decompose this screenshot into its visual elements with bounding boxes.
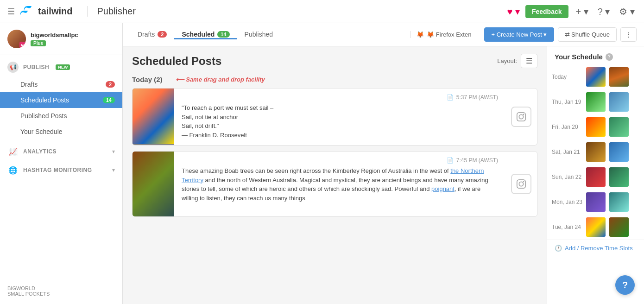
schedule-thumb-fri-1: [586, 117, 606, 137]
logo: tailwind: [20, 4, 72, 19]
heart-icon[interactable]: ♥ ▾: [507, 6, 519, 17]
create-post-button[interactable]: + Create New Post ▾: [484, 27, 554, 42]
schedule-day-tue: Tue, Jan 24: [547, 215, 644, 240]
shuffle-queue-button[interactable]: ⇄ Shuffle Queue: [558, 27, 617, 42]
username: bigworldsmallpc: [31, 32, 78, 38]
post-card-2: 📄 7:45 PM (AWST) These amazing Boab tree…: [132, 151, 537, 217]
plus-icon[interactable]: + ▾: [576, 6, 588, 17]
layout-label: Layout:: [497, 57, 517, 64]
posts-header: Scheduled Posts Layout: ☰: [132, 54, 537, 68]
schedule-thumb-sat-2: [609, 142, 629, 162]
topbar: ☰ tailwind Publisher ♥ ▾ Feedback + ▾ ? …: [0, 0, 644, 23]
sidebar-hashtag-section[interactable]: 🌐 HASHTAG MONITORING ▾: [0, 161, 122, 179]
hashtag-arrow-icon: ▾: [112, 167, 115, 173]
logo-text: tailwind: [38, 6, 72, 17]
schedule-thumb-tue-2: [609, 217, 629, 237]
svg-point-1: [519, 114, 523, 119]
schedule-day-label-thu: Thu, Jan 19: [552, 99, 584, 105]
publish-icon: 📢: [7, 62, 19, 73]
schedule-day-mon: Mon, Jan 23: [547, 190, 644, 215]
post-right-1: [505, 89, 537, 145]
post-image-1: [133, 89, 174, 145]
schedule-thumb-sun-2: [609, 167, 629, 187]
schedule-day-today: Today: [547, 64, 644, 89]
svg-rect-0: [517, 113, 525, 121]
content-area: Drafts 2 Scheduled 14 Published 🦊 🦊 Fire…: [123, 23, 644, 304]
more-options-button[interactable]: ⋮: [620, 27, 637, 42]
help-bubble-button[interactable]: ?: [615, 275, 635, 295]
scheduled-tab-count: 14: [217, 31, 229, 38]
schedule-day-sun: Sun, Jan 22: [547, 165, 644, 190]
svg-point-5: [523, 181, 524, 183]
sidebar-bottom-logo: BIGWORLD SMALL POCKETS: [0, 278, 122, 304]
schedule-day-label-sun: Sun, Jan 22: [552, 174, 584, 180]
post-content-2: 📄 7:45 PM (AWST) These amazing Boab tree…: [174, 152, 505, 216]
page-title: Publisher: [87, 6, 135, 17]
drag-drop-annotation: ⟵ Same drag and drop facility: [176, 76, 265, 83]
schedule-day-label-today: Today: [552, 74, 584, 80]
northern-territory-link[interactable]: the Northern Territory: [182, 167, 484, 184]
tab-drafts[interactable]: Drafts 2: [130, 31, 174, 39]
drafts-count: 2: [106, 81, 115, 88]
schedule-thumb-today-2: [609, 67, 629, 87]
question-icon[interactable]: ? ▾: [598, 6, 610, 17]
poignant-link[interactable]: poignant: [431, 185, 455, 192]
sidebar-item-your-schedule[interactable]: Your Schedule: [0, 124, 122, 139]
tab-scheduled[interactable]: Scheduled 14: [174, 31, 237, 39]
firefox-icon: 🦊: [417, 31, 424, 38]
schedule-panel-header: Your Schedule ?: [547, 46, 644, 64]
schedule-thumb-sun-1: [586, 167, 606, 187]
your-schedule-label: Your Schedule: [20, 128, 63, 135]
scheduled-posts-count: 14: [103, 97, 115, 103]
posts-area: Scheduled Posts Layout: ☰ Today (2) ⟵ Sa…: [123, 46, 547, 304]
scheduled-posts-label: Scheduled Posts: [20, 96, 69, 104]
gear-icon[interactable]: ⚙ ▾: [619, 6, 635, 17]
bottom-logo-text: BIGWORLD SMALL POCKETS: [7, 285, 115, 297]
day-label: Today (2): [132, 76, 163, 83]
feedback-button[interactable]: Feedback: [525, 5, 568, 18]
schedule-thumb-thu-2: [609, 92, 629, 112]
sidebar: ig bigworldsmallpc Plus 📢 PUBLISH NEW Dr…: [0, 23, 123, 304]
add-timeslots-button[interactable]: 🕐 Add / Remove Time Slots: [547, 240, 644, 256]
schedule-thumb-sat-1: [586, 142, 606, 162]
svg-point-2: [523, 114, 524, 115]
schedule-day-label-tue: Tue, Jan 24: [552, 224, 584, 230]
content-body: Scheduled Posts Layout: ☰ Today (2) ⟵ Sa…: [123, 46, 644, 304]
schedule-thumb-today-1: [586, 67, 606, 87]
document-icon: 📄: [447, 94, 454, 101]
posts-title: Scheduled Posts: [132, 55, 497, 68]
sidebar-item-scheduled-posts[interactable]: Scheduled Posts 14: [0, 92, 122, 108]
hamburger-icon[interactable]: ☰: [7, 6, 15, 17]
schedule-day-label-fri: Fri, Jan 20: [552, 124, 584, 130]
schedule-day-thu: Thu, Jan 19: [547, 89, 644, 114]
schedule-help-icon[interactable]: ?: [606, 53, 613, 61]
svg-rect-3: [517, 180, 525, 188]
schedule-day-sat: Sat, Jan 21: [547, 139, 644, 165]
instagram-large-icon-2[interactable]: [511, 174, 531, 194]
post-time-1: 5:37 PM (AWST): [456, 94, 498, 101]
main-layout: ig bigworldsmallpc Plus 📢 PUBLISH NEW Dr…: [0, 23, 644, 304]
sidebar-analytics-section[interactable]: 📈 ANALYTICS ▾: [0, 142, 122, 161]
instagram-badge: ig: [19, 42, 26, 48]
instagram-large-icon[interactable]: [511, 107, 531, 127]
firefox-ext-label: 🦊 Firefox Exten: [427, 31, 471, 38]
tab-published[interactable]: Published: [237, 31, 281, 39]
add-timeslots-label: Add / Remove Time Slots: [565, 245, 633, 252]
post-content-1: 📄 5:37 PM (AWST) "To reach a port we mus…: [174, 89, 505, 145]
sidebar-publish-section: 📢 PUBLISH NEW Drafts 2 Scheduled Posts 1…: [0, 55, 122, 142]
schedule-day-label-mon: Mon, Jan 23: [552, 199, 584, 205]
schedule-thumb-tue-1: [586, 217, 606, 237]
publish-label: PUBLISH: [23, 64, 49, 70]
post-right-2: [505, 152, 537, 216]
firefox-extension-button[interactable]: 🦊 🦊 Firefox Exten: [410, 31, 477, 38]
day-group-today: Today (2) ⟵ Same drag and drop facility …: [132, 76, 537, 217]
layout-toggle-button[interactable]: ☰: [521, 54, 537, 68]
sidebar-item-drafts[interactable]: Drafts 2: [0, 76, 122, 92]
sidebar-item-published-posts[interactable]: Published Posts: [0, 108, 122, 124]
post-image-2: [133, 152, 174, 216]
drafts-label: Drafts: [20, 81, 38, 88]
post-text-2: These amazing Boab trees can be seen rig…: [182, 166, 498, 203]
schedule-panel: Your Schedule ? Today Thu, Jan 19 Fri, J…: [547, 46, 644, 304]
schedule-thumb-thu-1: [586, 92, 606, 112]
schedule-title: Your Schedule: [555, 53, 603, 61]
